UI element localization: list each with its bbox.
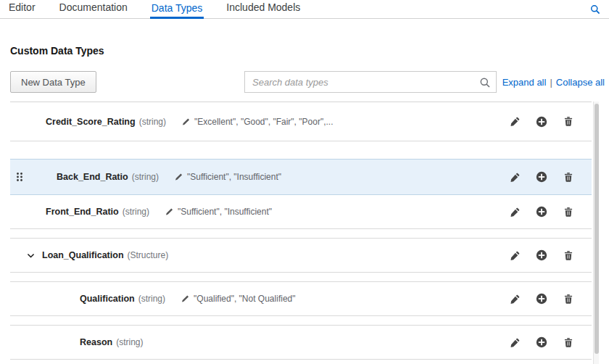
data-types-toolbar: New Data Type Expand all|Collapse all [10,71,605,93]
drag-handle-icon[interactable] [14,171,25,186]
pencil-icon [510,337,521,348]
collapse-all-link[interactable]: Collapse all [556,77,605,88]
data-type-kind: (Structure) [128,250,169,260]
data-type-kind: (string) [139,117,166,127]
data-type-row[interactable]: Reason (string) [10,325,592,360]
trash-icon [563,207,573,218]
constraint-values: "Excellent", "Good", "Fair", "Poor",... [182,117,333,127]
edit-button[interactable] [509,116,521,128]
search-input[interactable] [245,72,496,92]
delete-button[interactable] [563,171,574,183]
data-type-row[interactable]: Loan_Qualification (Structure) [10,238,592,273]
delete-button[interactable] [563,249,574,261]
delete-button[interactable] [563,116,574,128]
plus-circle-icon [536,171,547,183]
row-actions [509,206,592,218]
row-actions [509,171,592,183]
plus-circle-icon [536,293,547,305]
edit-button[interactable] [509,171,521,183]
collapse-chevron-icon[interactable] [26,251,36,260]
edit-button[interactable] [509,249,521,261]
plus-circle-icon [536,336,547,348]
scrollbar[interactable] [593,102,599,364]
constraint-values: "Sufficient", "Insufficient" [175,172,281,182]
constraint-values: "Sufficient", "Insufficient" [165,207,272,217]
delete-button[interactable] [563,293,574,305]
data-type-name: Front_End_Ratio [46,207,119,217]
data-type-name: Qualification [80,294,135,304]
trash-icon [563,116,573,127]
expand-all-link[interactable]: Expand all [502,77,547,88]
delete-button[interactable] [563,206,574,218]
constraint-values: "Qualified", "Not Qualified" [181,294,295,304]
add-field-button[interactable] [536,206,547,218]
pencil-icon [510,116,521,127]
constraint-icon [181,294,189,303]
trash-icon [563,172,573,183]
link-separator: | [550,77,552,88]
constraint-icon [182,117,190,126]
pencil-icon [510,207,521,218]
add-field-button[interactable] [536,116,547,128]
add-field-button[interactable] [536,336,547,348]
data-type-kind: (string) [116,337,143,347]
plus-circle-icon [536,116,547,128]
tab-data-types[interactable]: Data Types [150,2,204,19]
tab-documentation[interactable]: Documentation [58,1,129,18]
edit-button[interactable] [509,293,521,305]
data-type-kind: (string) [138,294,165,304]
pencil-icon [510,172,521,183]
pencil-icon [510,250,521,261]
data-type-kind: (string) [123,207,149,217]
data-type-row[interactable]: Qualification (string) "Qualified", "Not… [10,281,592,316]
expand-collapse-links: Expand all|Collapse all [502,77,605,88]
scrollbar-thumb[interactable] [594,104,599,354]
global-search-icon[interactable] [590,4,600,17]
data-types-list: Credit_Score_Rating (string) "Excellent"… [10,102,592,360]
add-field-button[interactable] [536,171,547,183]
data-type-name: Loan_Qualification [42,250,124,260]
row-actions [509,336,592,348]
data-type-row[interactable]: Credit_Score_Rating (string) "Excellent"… [10,102,592,141]
tab-editor[interactable]: Editor [7,1,37,18]
constraint-icon [165,207,173,216]
add-field-button[interactable] [536,249,547,261]
data-type-row-selected[interactable]: Back_End_Ratio (string) "Sufficient", "I… [10,159,592,195]
data-types-page: Editor Documentation Data Types Included… [0,0,609,364]
row-actions [509,116,592,128]
data-type-name: Back_End_Ratio [57,172,128,182]
search-icon [479,77,491,91]
editor-tab-bar: Editor Documentation Data Types Included… [0,0,609,19]
delete-button[interactable] [563,336,574,348]
page-title: Custom Data Types [10,45,609,57]
pencil-icon [510,294,521,305]
row-actions [509,293,592,305]
data-type-name: Credit_Score_Rating [46,117,136,127]
add-field-button[interactable] [536,293,547,305]
search-box [244,71,497,93]
trash-icon [563,337,573,348]
edit-button[interactable] [509,206,521,218]
data-type-row[interactable]: Front_End_Ratio (string) "Sufficient", "… [10,195,592,229]
data-type-kind: (string) [132,172,159,182]
row-actions [509,249,592,261]
new-data-type-button[interactable]: New Data Type [10,71,96,93]
tab-included-models[interactable]: Included Models [225,1,302,18]
constraint-icon [175,173,183,181]
plus-circle-icon [536,249,547,261]
edit-button[interactable] [509,336,521,348]
data-type-name: Reason [80,337,112,347]
plus-circle-icon [536,206,547,218]
trash-icon [563,294,573,305]
trash-icon [563,250,573,261]
